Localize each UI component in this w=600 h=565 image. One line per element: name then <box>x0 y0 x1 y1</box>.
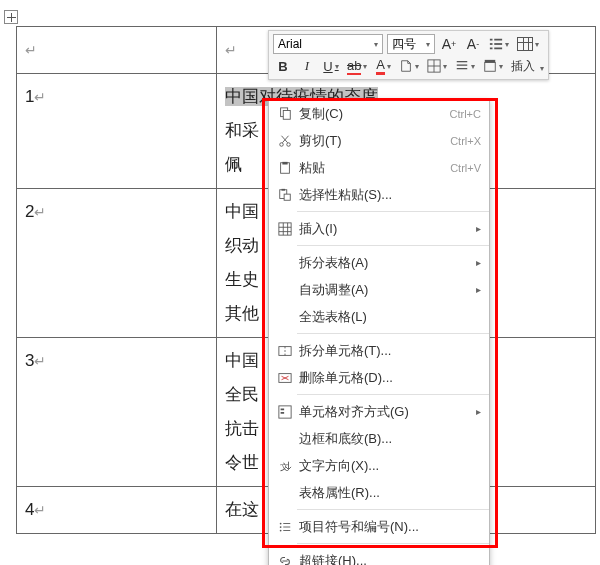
menu-item[interactable]: 拆分单元格(T)... <box>269 337 489 364</box>
menu-separator <box>297 394 489 395</box>
menu-item[interactable]: 全选表格(L) <box>269 303 489 330</box>
menu-item-label: 复制(C) <box>295 105 450 123</box>
svg-rect-13 <box>485 60 496 63</box>
table-icon <box>517 37 533 51</box>
menu-item-label: 插入(I) <box>295 220 472 238</box>
menu-item[interactable]: 剪切(T)Ctrl+X <box>269 127 489 154</box>
font-color-button[interactable]: A <box>373 56 393 76</box>
svg-line-19 <box>282 135 288 142</box>
align-icon <box>275 405 295 419</box>
font-size-select[interactable]: 四号▾ <box>387 34 435 54</box>
svg-rect-23 <box>282 188 286 190</box>
menu-shortcut: Ctrl+V <box>450 162 481 174</box>
menu-shortcut: Ctrl+C <box>450 108 481 120</box>
cell-text: 其他 <box>225 304 259 323</box>
menu-item[interactable]: 边框和底纹(B)... <box>269 425 489 452</box>
bold-button[interactable]: B <box>273 56 293 76</box>
menu-item-label: 边框和底纹(B)... <box>295 430 481 448</box>
cell-text: 抗击 <box>225 419 259 438</box>
menu-item-label: 单元格对齐方式(G) <box>295 403 472 421</box>
table-move-handle[interactable] <box>4 10 18 24</box>
cell-text: 织动 <box>225 236 259 255</box>
font-shrink-button[interactable]: A- <box>463 34 483 54</box>
highlight-button[interactable] <box>397 56 421 76</box>
svg-line-18 <box>282 135 288 142</box>
menu-item[interactable]: 粘贴Ctrl+V <box>269 154 489 181</box>
menu-item[interactable]: 插入(I) <box>269 215 489 242</box>
menu-separator <box>297 509 489 510</box>
menu-item[interactable]: 自动调整(A) <box>269 276 489 303</box>
list-icon <box>275 520 295 534</box>
menu-separator <box>297 211 489 212</box>
insert-icon <box>275 222 295 236</box>
underline-button[interactable]: U <box>321 56 341 76</box>
table-insert-button[interactable] <box>515 34 541 54</box>
menu-item-label: 选择性粘贴(S)... <box>295 186 481 204</box>
shading-button[interactable] <box>481 56 505 76</box>
menu-separator <box>297 245 489 246</box>
menu-item-label: 删除单元格(D)... <box>295 369 481 387</box>
menu-separator <box>297 333 489 334</box>
svg-rect-4 <box>490 48 493 50</box>
font-family-select[interactable]: Arial▾ <box>273 34 383 54</box>
menu-separator <box>297 543 489 544</box>
cell-text: 中国 <box>225 202 259 221</box>
insert-dropdown[interactable] <box>539 57 544 75</box>
menu-item[interactable]: 文文字方向(X)... <box>269 452 489 479</box>
cell-text: 中国 <box>225 351 259 370</box>
svg-text:文: 文 <box>280 461 289 471</box>
table-cell[interactable]: 2↵ <box>17 189 217 338</box>
floating-format-toolbar: Arial▾ 四号▾ A+ A- B I U ab A 插入 <box>268 30 549 80</box>
menu-item[interactable]: 单元格对齐方式(G) <box>269 398 489 425</box>
italic-button[interactable]: I <box>297 56 317 76</box>
menu-item[interactable]: 项目符号和编号(N)... <box>269 513 489 540</box>
cut-icon <box>275 134 295 148</box>
text-direction-icon: 文 <box>275 459 295 473</box>
cell-text: 佩 <box>225 155 242 174</box>
svg-point-39 <box>280 522 282 524</box>
svg-rect-24 <box>284 194 290 200</box>
menu-item[interactable]: 拆分表格(A) <box>269 249 489 276</box>
svg-rect-1 <box>494 39 502 41</box>
cell-text: 和采 <box>225 121 259 140</box>
context-menu: 复制(C)Ctrl+C剪切(T)Ctrl+X粘贴Ctrl+V选择性粘贴(S)..… <box>268 99 490 565</box>
table-cell[interactable]: 4↵ <box>17 487 217 534</box>
svg-point-40 <box>280 526 282 528</box>
table-cell[interactable]: 1↵ <box>17 74 217 189</box>
menu-item-label: 项目符号和编号(N)... <box>295 518 481 536</box>
menu-item[interactable]: 超链接(H)... <box>269 547 489 565</box>
menu-item-label: 剪切(T) <box>295 132 450 150</box>
menu-item[interactable]: 删除单元格(D)... <box>269 364 489 391</box>
svg-rect-0 <box>490 39 493 41</box>
menu-item-label: 拆分单元格(T)... <box>295 342 481 360</box>
strikethrough-button[interactable]: ab <box>345 56 369 76</box>
table-cell[interactable]: 3↵ <box>17 338 217 487</box>
menu-item[interactable]: 表格属性(R)... <box>269 479 489 506</box>
align-button[interactable] <box>453 56 477 76</box>
svg-rect-12 <box>485 63 496 72</box>
menu-item-label: 超链接(H)... <box>295 552 481 566</box>
paste-special-icon <box>275 188 295 202</box>
font-grow-button[interactable]: A+ <box>439 34 459 54</box>
svg-rect-37 <box>281 412 285 414</box>
insert-label: 插入 <box>511 58 535 75</box>
paste-icon <box>275 161 295 175</box>
menu-item-label: 自动调整(A) <box>295 281 472 299</box>
menu-item-label: 拆分表格(A) <box>295 254 472 272</box>
menu-item[interactable]: 选择性粘贴(S)... <box>269 181 489 208</box>
split-cell-icon <box>275 344 295 358</box>
header-cell[interactable]: ↵ <box>17 27 217 74</box>
svg-rect-2 <box>490 43 493 45</box>
menu-item[interactable]: 复制(C)Ctrl+C <box>269 100 489 127</box>
svg-rect-25 <box>279 222 291 234</box>
link-icon <box>275 554 295 566</box>
menu-item-label: 表格属性(R)... <box>295 484 481 502</box>
cell-text: 全民 <box>225 385 259 404</box>
svg-point-17 <box>287 142 291 146</box>
border-button[interactable] <box>425 56 449 76</box>
svg-point-16 <box>280 142 284 146</box>
svg-rect-5 <box>494 48 502 50</box>
svg-rect-15 <box>283 110 290 119</box>
delete-cell-icon <box>275 371 295 385</box>
list-format-button[interactable] <box>487 34 511 54</box>
